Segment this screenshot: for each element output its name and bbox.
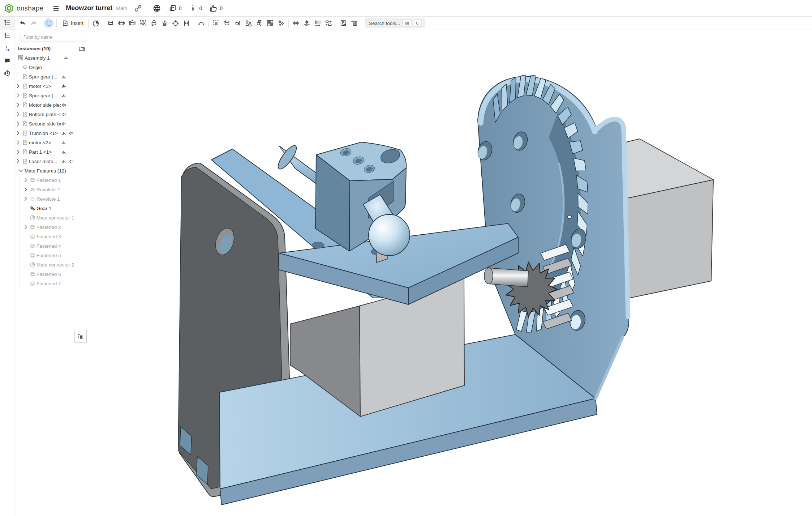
screw-relation-button[interactable] (312, 18, 323, 29)
tangent-mate-button[interactable] (196, 18, 207, 29)
mate-connector-dot[interactable] (568, 215, 571, 219)
mate-label: Fastened 2 (36, 225, 75, 230)
instance-row-trunnion-1-[interactable]: Trunnion <1> (14, 128, 89, 138)
display-states-button[interactable] (338, 18, 349, 29)
replicate-button[interactable] (254, 18, 265, 29)
instance-row-spur-gear-[interactable]: Spur gear (... (14, 72, 89, 81)
copies-counter[interactable]: 0 (168, 4, 182, 13)
instance-row-motor-2-[interactable]: motor <2> (14, 138, 89, 147)
ball-mate-icon (172, 19, 180, 27)
fastened-mate-button[interactable] (105, 18, 116, 29)
search-tools-placeholder: Search tools... (369, 21, 400, 26)
mate-row-fastened-6[interactable]: Fastened 6 (20, 269, 89, 279)
undo-button[interactable] (17, 18, 28, 29)
instance-row-spur-gear-[interactable]: Spur gear (... (14, 91, 89, 100)
revolute-mate-button[interactable] (116, 18, 127, 29)
chevron-right-icon[interactable] (15, 158, 21, 164)
pinion-shaft (488, 268, 528, 287)
instance-row-assembly-1[interactable]: Assembly 1 (14, 53, 89, 63)
part-icon (22, 158, 28, 165)
instance-row-origin[interactable]: Origin (14, 63, 89, 72)
instance-row-bottom-plate-[interactable]: Bottom plate <... (14, 110, 89, 119)
chevron-right-icon[interactable] (15, 102, 21, 108)
features-list-collapse-tab[interactable] (74, 330, 87, 343)
assembly-structure-rail-button[interactable] (0, 30, 14, 42)
mateconnector-mate-icon (29, 261, 36, 268)
group-button[interactable] (211, 18, 222, 29)
followers-counter[interactable]: 0 (189, 4, 202, 13)
gear-relation-button[interactable] (291, 18, 301, 29)
mate-row-fastened-3[interactable]: Fastened 3 (20, 232, 89, 241)
chevron-right-icon[interactable] (23, 224, 29, 230)
structure-panel-toggle[interactable] (0, 17, 14, 30)
comments-rail-button[interactable] (0, 55, 14, 67)
mate-row-mate-connector-2[interactable]: Mate connector 2 (20, 260, 89, 269)
mate-label: Fastened 7 (36, 281, 75, 286)
fastened-mate-icon (29, 233, 36, 240)
slider-mate-button[interactable] (127, 18, 138, 29)
copy-link-button[interactable] (134, 4, 142, 13)
insert-icon (61, 20, 69, 27)
chevron-right-icon[interactable] (15, 111, 21, 117)
mate-connector-visibility-button[interactable] (243, 18, 254, 29)
chevron-right-icon[interactable] (15, 93, 21, 98)
add-instance-icon[interactable] (78, 45, 85, 52)
mate-row-revolute-1[interactable]: Revolute 1 (20, 194, 89, 204)
parallel-mate-button[interactable] (181, 18, 192, 29)
mate-row-fastened-2[interactable]: Fastened 2 (20, 222, 89, 232)
arrow-status-icon (68, 131, 74, 136)
chevron-right-icon[interactable] (15, 149, 21, 155)
chevron-right-icon[interactable] (15, 130, 21, 136)
planar-mate-button[interactable] (138, 18, 149, 29)
chevron-spacer (23, 243, 29, 249)
onshape-brand[interactable]: onshape (4, 4, 43, 13)
instance-label: motor <1> (29, 84, 61, 89)
instance-row-part-1-1-[interactable]: Part 1 <1> (14, 147, 89, 157)
mate-row-mate-connector-1[interactable]: Mate connector 1 (20, 213, 89, 222)
insert-part-studio-in-context-button[interactable] (222, 18, 232, 29)
3d-viewport[interactable] (90, 30, 812, 516)
linear-pattern-icon (266, 19, 274, 27)
ball-mate-button[interactable] (170, 18, 181, 29)
likes-counter[interactable]: 0 (209, 4, 223, 13)
mate-features-header[interactable]: Mate Features (12) (14, 166, 89, 175)
chevron-right-icon[interactable] (15, 83, 21, 89)
instance-row-motor-1-[interactable]: motor <1> (14, 81, 89, 91)
mate-row-fastened-5[interactable]: Fastened 5 (20, 251, 89, 260)
pin-slot-mate-button[interactable] (159, 18, 170, 29)
document-menu-button[interactable] (51, 4, 61, 13)
mate-connector-button[interactable] (90, 18, 101, 29)
search-tools-box[interactable]: Search tools... alt C (365, 18, 425, 28)
edit-in-context-button[interactable] (232, 18, 243, 29)
share-visibility-button[interactable] (152, 4, 161, 13)
mate-row-revolute-2[interactable]: Revolute 2 (20, 185, 89, 194)
linear-pattern-button[interactable] (265, 18, 276, 29)
arrow-status-icon (68, 159, 74, 164)
fastened-mate-icon (29, 271, 36, 277)
mate-relations-button[interactable] (276, 18, 287, 29)
chevron-right-icon[interactable] (15, 140, 21, 145)
chevron-right-icon[interactable] (23, 187, 29, 192)
redo-button[interactable] (28, 18, 39, 29)
cylindrical-mate-button[interactable] (149, 18, 159, 29)
mate-connector-icon (92, 19, 100, 27)
version-history-rail-button[interactable] (0, 67, 14, 79)
chevron-right-icon[interactable] (23, 196, 29, 202)
chevron-right-icon[interactable] (15, 121, 21, 127)
add-mate-connector-rail-button[interactable] (0, 42, 14, 55)
insert-button[interactable]: Insert (59, 18, 86, 28)
instance-row-motor-side-piec-[interactable]: Motor side piec... (14, 100, 89, 110)
mate-row-gear-1[interactable]: Gear 1 (20, 204, 89, 213)
filter-input[interactable] (21, 33, 85, 42)
chevron-right-icon[interactable] (23, 177, 29, 183)
instance-row-laser-moto-[interactable]: Laser moto... (14, 157, 89, 166)
mate-row-fastened-7[interactable]: Fastened 7 (20, 279, 89, 288)
ball-end (369, 214, 410, 256)
instance-row-second-side-be-[interactable]: Second side be... (14, 119, 89, 128)
mate-row-fastened-1[interactable]: Fastened 1 (20, 175, 89, 185)
rack-and-pinion-relation-button[interactable] (301, 18, 312, 29)
configurations-button[interactable] (349, 18, 360, 29)
mate-row-fastened-4[interactable]: Fastened 4 (20, 241, 89, 251)
linear-relation-button[interactable] (323, 18, 334, 29)
update-sync-button[interactable] (44, 18, 54, 28)
